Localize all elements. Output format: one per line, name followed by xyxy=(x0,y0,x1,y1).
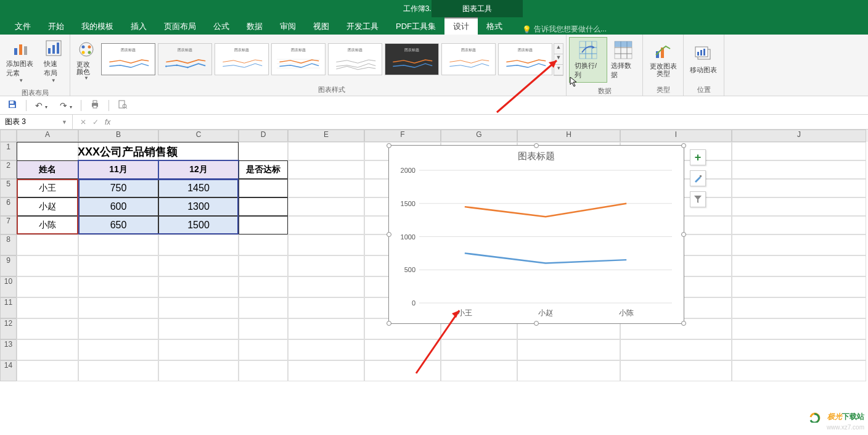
cell-nov[interactable]: 650 xyxy=(78,216,158,234)
print-preview-button[interactable] xyxy=(114,98,131,112)
cell[interactable] xyxy=(17,234,78,255)
cell[interactable] xyxy=(517,360,620,381)
undo-button[interactable]: ↶ ▾ xyxy=(31,99,51,112)
cell[interactable] xyxy=(158,318,239,339)
print-button[interactable] xyxy=(86,98,104,112)
tell-me-search[interactable]: 💡 告诉我您想要做什么... xyxy=(511,24,607,35)
row-header-6[interactable]: 6 xyxy=(0,197,17,216)
cell[interactable] xyxy=(288,255,364,276)
cell[interactable] xyxy=(288,216,364,234)
cell[interactable] xyxy=(732,142,866,160)
cell[interactable] xyxy=(732,197,866,216)
cell-pass[interactable] xyxy=(239,197,288,216)
col-header-H[interactable]: H xyxy=(517,130,620,142)
col-header-I[interactable]: I xyxy=(620,130,732,142)
tab-review[interactable]: 审阅 xyxy=(271,19,305,35)
enter-formula-icon[interactable]: ✓ xyxy=(92,118,99,126)
cell[interactable] xyxy=(732,276,866,297)
chart-style-6[interactable]: 图表标题 xyxy=(385,43,439,75)
cell[interactable] xyxy=(239,234,288,255)
switch-row-column-button[interactable]: 切换行/列 xyxy=(569,37,607,83)
worksheet-grid[interactable]: A B C D E F G H I J 12567891011121314 XX… xyxy=(0,130,868,420)
cancel-formula-icon[interactable]: ✕ xyxy=(80,118,86,126)
cell[interactable] xyxy=(239,360,288,381)
cell[interactable] xyxy=(364,360,441,381)
cell-dec[interactable]: 1450 xyxy=(158,179,239,197)
cell[interactable] xyxy=(78,360,158,381)
cell[interactable] xyxy=(288,276,364,297)
move-chart-button[interactable]: 移动图表 xyxy=(686,43,721,76)
row-header-14[interactable]: 14 xyxy=(0,360,17,381)
chart-object[interactable]: 图表标题 0500100015002000小王小赵小陈 + xyxy=(388,145,684,324)
chart-handle-ne[interactable] xyxy=(681,143,686,148)
chart-style-2[interactable]: 图表标题 xyxy=(158,43,212,75)
formula-bar[interactable] xyxy=(134,121,868,123)
cell[interactable] xyxy=(78,255,158,276)
tab-insert[interactable]: 插入 xyxy=(122,19,155,35)
tab-formula[interactable]: 公式 xyxy=(205,19,238,35)
chart-style-5[interactable]: 图表标题 xyxy=(328,43,382,75)
select-all-corner[interactable] xyxy=(0,130,17,142)
chart-style-1[interactable]: 图表标题 xyxy=(101,43,155,75)
col-header-G[interactable]: G xyxy=(441,130,517,142)
cell[interactable] xyxy=(239,276,288,297)
cell[interactable] xyxy=(732,255,866,276)
cell-nov[interactable]: 600 xyxy=(78,197,158,216)
cell[interactable] xyxy=(288,197,364,216)
chart-handle-nw[interactable] xyxy=(387,143,391,148)
cell[interactable] xyxy=(732,339,866,360)
cell[interactable] xyxy=(288,318,364,339)
cell[interactable] xyxy=(17,255,78,276)
cell[interactable] xyxy=(732,179,866,197)
row-header-7[interactable]: 7 xyxy=(0,216,17,234)
chart-handle-sw[interactable] xyxy=(387,321,391,326)
cell[interactable] xyxy=(17,276,78,297)
cell[interactable] xyxy=(17,339,78,360)
cell[interactable] xyxy=(732,297,866,318)
row-header-9[interactable]: 9 xyxy=(0,255,17,276)
chart-handle-s[interactable] xyxy=(534,321,539,326)
cell-dec[interactable]: 1300 xyxy=(158,197,239,216)
chart-style-7[interactable]: 图表标题 xyxy=(441,43,496,75)
cell-pass[interactable] xyxy=(239,179,288,197)
cell-name[interactable]: 小王 xyxy=(17,179,78,197)
tab-templates[interactable]: 我的模板 xyxy=(73,19,122,35)
chart-add-element-button[interactable]: + xyxy=(690,149,706,165)
add-chart-element-button[interactable]: 添加图表元素 ▼ xyxy=(2,37,40,85)
gallery-more-icon[interactable]: ▾ xyxy=(554,65,563,75)
select-data-button[interactable]: 选择数据 xyxy=(607,39,640,81)
gallery-up-icon[interactable]: ▲ xyxy=(554,44,563,54)
cell[interactable] xyxy=(78,318,158,339)
cell[interactable] xyxy=(732,318,866,339)
redo-button[interactable]: ↷ ▾ xyxy=(56,99,76,112)
chart-style-4[interactable]: 图表标题 xyxy=(271,43,326,75)
cell-name[interactable]: 小赵 xyxy=(17,197,78,216)
cell[interactable] xyxy=(288,297,364,318)
row-header-13[interactable]: 13 xyxy=(0,339,17,360)
col-header-E[interactable]: E xyxy=(288,130,364,142)
chart-style-3[interactable]: 图表标题 xyxy=(215,43,269,75)
cell[interactable] xyxy=(17,360,78,381)
cell[interactable] xyxy=(288,234,364,255)
chart-handle-w[interactable] xyxy=(387,232,391,237)
cell[interactable] xyxy=(158,255,239,276)
tab-page-layout[interactable]: 页面布局 xyxy=(155,19,205,35)
cell[interactable] xyxy=(239,318,288,339)
change-chart-type-button[interactable]: 更改图表类型 xyxy=(645,40,681,78)
col-header-A[interactable]: A xyxy=(17,130,78,142)
tab-format[interactable]: 格式 xyxy=(478,19,511,35)
cell[interactable] xyxy=(288,160,364,179)
col-header-C[interactable]: C xyxy=(158,130,239,142)
chart-style-brush-button[interactable] xyxy=(690,170,706,186)
cell[interactable] xyxy=(239,339,288,360)
chart-plot-area[interactable]: 0500100015002000小王小赵小陈 xyxy=(391,167,681,321)
col-header-B[interactable]: B xyxy=(78,130,158,142)
cell[interactable] xyxy=(288,360,364,381)
cell[interactable] xyxy=(158,360,239,381)
row-header-2[interactable]: 2 xyxy=(0,160,17,179)
col-header-F[interactable]: F xyxy=(364,130,441,142)
cell-pass[interactable] xyxy=(239,216,288,234)
cell[interactable] xyxy=(158,339,239,360)
chart-handle-se[interactable] xyxy=(681,321,686,326)
cell[interactable] xyxy=(732,216,866,234)
